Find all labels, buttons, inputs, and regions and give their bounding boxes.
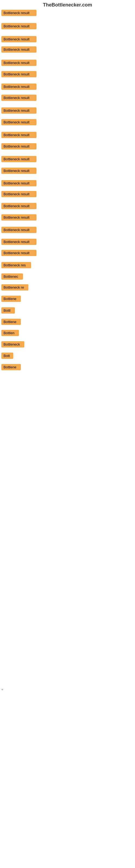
bottleneck-label: Bottleneck result: [1, 250, 37, 256]
bottleneck-row: Bottleneck result: [1, 191, 37, 198]
bottleneck-row: Bottlenec: [1, 273, 23, 281]
bottleneck-label: Bottleneck result: [1, 167, 37, 174]
bottleneck-row: Bottleneck result: [1, 95, 37, 102]
bottleneck-row: Bottleneck res: [1, 262, 31, 269]
bottleneck-label: Bottleneck res: [1, 262, 31, 268]
bottleneck-row: Bottleneck result: [1, 10, 37, 17]
bottleneck-label: Bottleneck re: [1, 284, 28, 290]
bottleneck-label: Bottlen: [1, 330, 19, 336]
bottleneck-label: Bottleneck result: [1, 191, 37, 197]
bottleneck-label: Bottleneck result: [1, 84, 37, 90]
bottleneck-row: Bottleneck result: [1, 250, 37, 257]
bottleneck-label: Bottleneck result: [1, 95, 37, 101]
bottleneck-label: Bottleneck result: [1, 46, 37, 53]
bottleneck-label: Bottleneck result: [1, 71, 37, 77]
bottleneck-row: Bottleneck result: [1, 167, 37, 175]
site-title: TheBottlenecker.com: [0, 0, 135, 11]
bottleneck-row: Bottleneck result: [1, 143, 37, 151]
bottleneck-label: Bottleneck result: [1, 180, 37, 186]
bottleneck-row: Bott: [1, 352, 13, 360]
bottleneck-row: Bottlene: [1, 296, 21, 303]
bottleneck-label: Bott: [1, 352, 13, 359]
bottleneck-label: Bottleneck result: [1, 156, 37, 162]
bottleneck-label: Bottlene: [1, 296, 21, 302]
bottleneck-row: Bottl: [1, 307, 15, 315]
bottleneck-label: Bottleneck result: [1, 239, 37, 245]
bottleneck-row: Bottleneck result: [1, 23, 37, 30]
bottleneck-label: Bottleneck result: [1, 143, 37, 150]
bottleneck-label: Bottleneck result: [1, 119, 37, 125]
bottleneck-row: Bottleneck result: [1, 60, 37, 67]
bottleneck-row: Bottleneck result: [1, 156, 37, 163]
bottleneck-row: Bottleneck result: [1, 180, 37, 187]
bottleneck-row: Bottleneck result: [1, 107, 37, 115]
bottleneck-label: Bottleneck result: [1, 10, 37, 16]
bottleneck-label: Bottleneck result: [1, 60, 37, 66]
bottleneck-row: Bottleneck result: [1, 84, 37, 91]
bottleneck-row: Bottlen: [1, 330, 19, 337]
bottleneck-label: Bottleneck: [1, 341, 24, 347]
bottleneck-label: Bottlene: [1, 364, 21, 370]
bottleneck-row: Bottleneck result: [1, 203, 37, 210]
bottleneck-row: Bottleneck result: [1, 239, 37, 246]
bottleneck-label: Bottleneck result: [1, 132, 37, 138]
bottleneck-label: Bottleneck result: [1, 23, 37, 29]
bottleneck-label: Bottl: [1, 307, 15, 314]
bottleneck-label: Bottlenec: [1, 273, 23, 280]
bottleneck-row: Bottleneck result: [1, 71, 37, 79]
bottleneck-label: Bottleneck result: [1, 214, 37, 220]
bottleneck-label: Bottleneck result: [1, 203, 37, 209]
bottleneck-row: Bottleneck re: [1, 284, 28, 291]
bottleneck-row: Bottleneck result: [1, 46, 37, 54]
bottleneck-row: Bottleneck result: [1, 36, 37, 43]
bottleneck-label: Bottlene: [1, 319, 21, 325]
bottleneck-row: Bottlene: [1, 319, 21, 326]
bottleneck-row: Bottleneck result: [1, 227, 37, 234]
bottleneck-label: Bottleneck result: [1, 227, 37, 233]
bottleneck-row: Bottleneck result: [1, 132, 37, 139]
bottleneck-row: Bottlene: [1, 364, 21, 371]
bottleneck-label: Bottleneck result: [1, 107, 37, 114]
bottleneck-row: Bottleneck result: [1, 214, 37, 222]
bottleneck-row: Bottleneck: [1, 341, 24, 348]
bottleneck-label: Bottleneck result: [1, 36, 37, 42]
axis-label: 0: [1, 689, 3, 690]
bottleneck-row: Bottleneck result: [1, 119, 37, 126]
